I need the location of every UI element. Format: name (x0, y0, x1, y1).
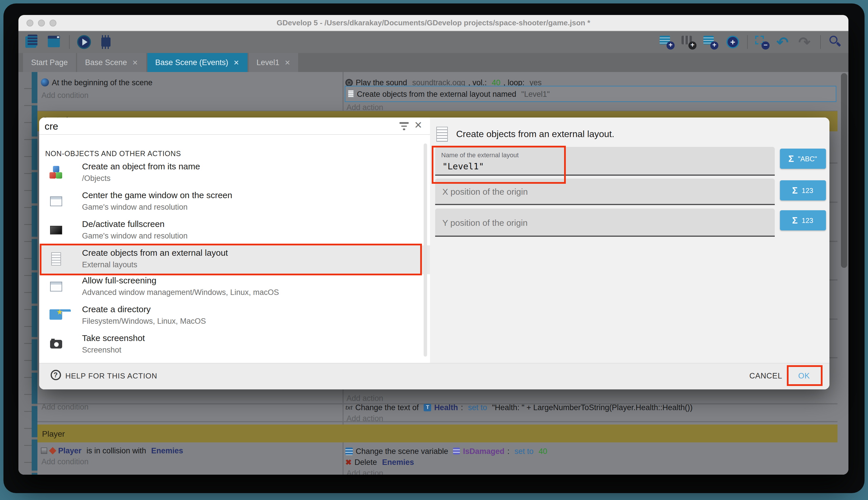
fullscreen-icon (50, 226, 62, 235)
tab-label: Level1 (256, 58, 280, 67)
main-toolbar: + + + + − ↶ ↷ (19, 31, 848, 53)
add-condition-link[interactable]: Add condition (42, 457, 89, 466)
list-item-take-screenshot[interactable]: Take screenshot Screenshot (39, 331, 430, 360)
external-layout-icon (348, 90, 354, 98)
condition-player-collision[interactable]: Player is in collision with Enemies (41, 446, 183, 455)
list-item-create-directory[interactable]: ★ Create a directory Filesystem/Windows,… (39, 302, 430, 331)
delete-icon: ✖ (345, 458, 352, 466)
folder-icon: ★ (49, 311, 62, 320)
action-search-input[interactable] (44, 119, 379, 134)
sigma-icon: Σ (792, 185, 797, 195)
add-event-icon[interactable]: + (660, 35, 675, 49)
event-drag-handles[interactable] (32, 72, 37, 475)
list-item-create-object[interactable]: Create an object from its name /Objects (39, 159, 430, 188)
window-icon (50, 282, 62, 292)
tab-close-icon[interactable]: ✕ (285, 58, 290, 67)
y-position-input[interactable] (441, 217, 766, 228)
begin-scene-icon (41, 78, 49, 87)
tab-label: Start Page (31, 58, 68, 67)
help-icon[interactable]: ? (50, 370, 61, 380)
cancel-button[interactable]: CANCEL (749, 372, 782, 380)
x-position-input[interactable] (441, 186, 766, 197)
variable-action-icon (345, 447, 353, 455)
text-action-icon: txt (345, 404, 352, 410)
add-comment-icon[interactable]: + (703, 35, 718, 49)
speaker-icon (345, 79, 353, 86)
divider (39, 134, 430, 135)
action-list-scrollbar[interactable] (423, 144, 427, 356)
filter-icon[interactable] (399, 122, 409, 130)
add-icon[interactable]: + (725, 35, 740, 49)
debug-icon[interactable] (98, 35, 114, 49)
expression-builder-123-button[interactable]: Σ 123 (779, 180, 826, 201)
annotation-ok-button (787, 365, 822, 386)
add-subevent-icon[interactable]: + (681, 35, 696, 49)
action-editor-dialog: ✕ NON-OBJECTS AND OTHER ACTIONS Create a… (39, 117, 830, 389)
tab-base-scene[interactable]: Base Scene ✕ (77, 53, 146, 72)
window-title: GDevelop 5 - /Users/dkarakay/Documents/G… (19, 15, 848, 31)
action-create-external-layout-selected[interactable]: Create objects from the external layout … (345, 86, 836, 102)
toolbar-separator (747, 35, 748, 49)
tab-label: Base Scene (85, 58, 127, 67)
toolbar-separator (69, 35, 70, 49)
text-object-icon: T (424, 404, 431, 411)
scene-editor-icon[interactable] (47, 35, 62, 49)
tab-close-icon[interactable]: ✕ (132, 58, 138, 67)
group-bar-player[interactable]: Player (37, 424, 837, 442)
tab-bar: Start Page Base Scene ✕ Base Scene (Even… (19, 53, 848, 72)
annotation-selected-action (40, 244, 422, 275)
tab-start-page[interactable]: Start Page (23, 53, 76, 72)
tab-level1[interactable]: Level1 ✕ (248, 53, 298, 72)
annotation-layout-name-field (431, 146, 565, 184)
dialog-footer: ? HELP FOR THIS ACTION CANCEL OK (39, 363, 830, 389)
action-delete-enemies[interactable]: ✖ Delete Enemies (345, 457, 414, 467)
objects-cubes-icon (49, 166, 63, 180)
sigma-icon: Σ (792, 215, 797, 226)
play-preview-icon[interactable] (77, 35, 92, 49)
sigma-icon: Σ (788, 154, 794, 164)
add-condition-link[interactable]: Add condition (42, 402, 89, 411)
action-chooser-panel: ✕ NON-OBJECTS AND OTHER ACTIONS Create a… (39, 117, 430, 363)
external-layout-icon (436, 127, 447, 142)
action-change-text-health[interactable]: txt Change the text of T Health: set to … (345, 403, 693, 412)
project-manager-icon[interactable] (25, 35, 40, 49)
list-item-center-window[interactable]: Center the game window on the screen Gam… (39, 188, 430, 217)
tab-label: Base Scene (Events) (155, 58, 228, 67)
expression-builder-123-button[interactable]: Σ 123 (779, 210, 826, 230)
events-scrollbar[interactable] (841, 73, 847, 268)
redo-icon[interactable]: ↷ (798, 35, 813, 49)
action-parameters-panel: Create objects from an external layout. … (430, 117, 830, 363)
condition-begin-scene[interactable]: At the beginning of the scene (41, 78, 153, 87)
window-titlebar: GDevelop 5 - /Users/dkarakay/Documents/G… (19, 15, 848, 31)
action-title: Create objects from an external layout. (456, 129, 614, 139)
row-divider (37, 421, 837, 422)
action-change-scene-variable[interactable]: Change the scene variable IsDamaged: set… (345, 446, 547, 456)
section-header: NON-OBJECTS AND OTHER ACTIONS (45, 150, 181, 158)
add-condition-link[interactable]: Add condition (42, 90, 89, 100)
expression-builder-abc-button[interactable]: Σ "ABC" (779, 149, 826, 169)
toolbar-separator (820, 35, 821, 49)
collision-icon (49, 447, 56, 454)
events-gutter-ticks (24, 72, 32, 475)
add-action-link[interactable]: Add action (347, 468, 383, 475)
list-item-allow-fullscreen[interactable]: Allow full-screening Advanced window man… (39, 273, 430, 302)
scene-variable-icon (453, 447, 460, 454)
tab-close-icon[interactable]: ✕ (233, 58, 239, 67)
object-icon (41, 447, 47, 454)
window-icon (50, 196, 62, 206)
camera-icon (50, 340, 62, 349)
add-action-link[interactable]: Add action (347, 394, 383, 403)
clear-search-icon[interactable]: ✕ (414, 119, 422, 131)
delete-event-icon[interactable]: − (754, 35, 770, 49)
undo-icon[interactable]: ↶ (776, 35, 791, 49)
tab-base-scene-events[interactable]: Base Scene (Events) ✕ (147, 53, 247, 72)
help-button[interactable]: HELP FOR THIS ACTION (65, 372, 157, 380)
field-y-position[interactable] (435, 208, 774, 237)
search-icon[interactable] (828, 35, 843, 49)
list-item-fullscreen[interactable]: De/activate fullscreen Game's window and… (39, 217, 430, 246)
screen: GDevelop 5 - /Users/dkarakay/Documents/G… (0, 0, 868, 500)
